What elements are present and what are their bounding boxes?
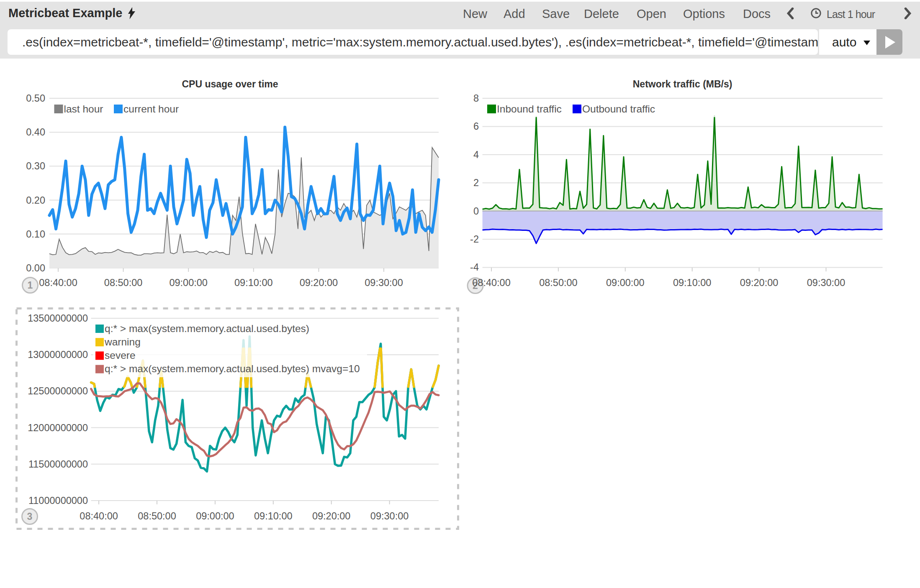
svg-text:-4: -4: [470, 262, 479, 273]
svg-text:0.20: 0.20: [26, 195, 45, 206]
svg-text:0.00: 0.00: [26, 263, 45, 274]
svg-text:09:00:00: 09:00:00: [606, 277, 644, 288]
svg-text:08:40:00: 08:40:00: [80, 511, 118, 522]
svg-text:Inbound traffic: Inbound traffic: [497, 103, 562, 115]
svg-text:13000000000: 13000000000: [28, 349, 88, 360]
svg-text:q:* > max(system.memory.actual: q:* > max(system.memory.actual.used.byte…: [105, 323, 309, 334]
svg-text:09:30:00: 09:30:00: [807, 277, 845, 288]
svg-text:09:10:00: 09:10:00: [234, 277, 272, 288]
svg-text:8: 8: [473, 93, 479, 104]
svg-text:0.50: 0.50: [26, 93, 45, 104]
svg-text:Network traffic (MB/s): Network traffic (MB/s): [633, 79, 732, 89]
svg-text:0.30: 0.30: [26, 161, 45, 171]
svg-text:3: 3: [27, 511, 33, 522]
svg-text:11500000000: 11500000000: [28, 459, 88, 470]
svg-text:last hour: last hour: [64, 103, 103, 115]
svg-text:12500000000: 12500000000: [28, 386, 88, 396]
svg-text:severe: severe: [105, 350, 136, 361]
svg-text:-2: -2: [470, 234, 479, 245]
svg-text:warning: warning: [104, 336, 141, 348]
svg-text:11000000000: 11000000000: [28, 495, 88, 506]
svg-text:08:50:00: 08:50:00: [138, 511, 176, 522]
svg-text:09:20:00: 09:20:00: [300, 277, 338, 288]
svg-text:q:* > max(system.memory.actual: q:* > max(system.memory.actual.used.byte…: [105, 363, 360, 374]
svg-text:09:30:00: 09:30:00: [365, 277, 403, 288]
svg-text:0: 0: [473, 206, 479, 217]
svg-text:0.10: 0.10: [26, 229, 45, 240]
svg-text:current hour: current hour: [123, 103, 179, 115]
svg-text:09:30:00: 09:30:00: [370, 511, 409, 522]
svg-text:Outbound traffic: Outbound traffic: [582, 103, 655, 115]
svg-text:08:50:00: 08:50:00: [104, 277, 142, 288]
svg-text:4: 4: [473, 149, 479, 160]
svg-text:08:40:00: 08:40:00: [472, 277, 510, 288]
svg-text:12000000000: 12000000000: [28, 422, 88, 433]
svg-text:09:10:00: 09:10:00: [254, 511, 292, 522]
svg-text:13500000000: 13500000000: [28, 313, 88, 324]
svg-text:6: 6: [473, 121, 479, 132]
svg-text:09:00:00: 09:00:00: [169, 277, 207, 288]
svg-text:09:10:00: 09:10:00: [673, 277, 711, 288]
svg-text:2: 2: [473, 177, 479, 188]
svg-text:0.40: 0.40: [26, 127, 45, 138]
svg-text:1: 1: [28, 280, 33, 291]
svg-text:09:20:00: 09:20:00: [740, 277, 778, 288]
svg-text:09:20:00: 09:20:00: [312, 511, 350, 522]
svg-text:08:50:00: 08:50:00: [539, 277, 577, 288]
svg-text:09:00:00: 09:00:00: [196, 511, 234, 522]
svg-text:08:40:00: 08:40:00: [39, 277, 77, 288]
svg-text:CPU usage over time: CPU usage over time: [182, 79, 278, 89]
